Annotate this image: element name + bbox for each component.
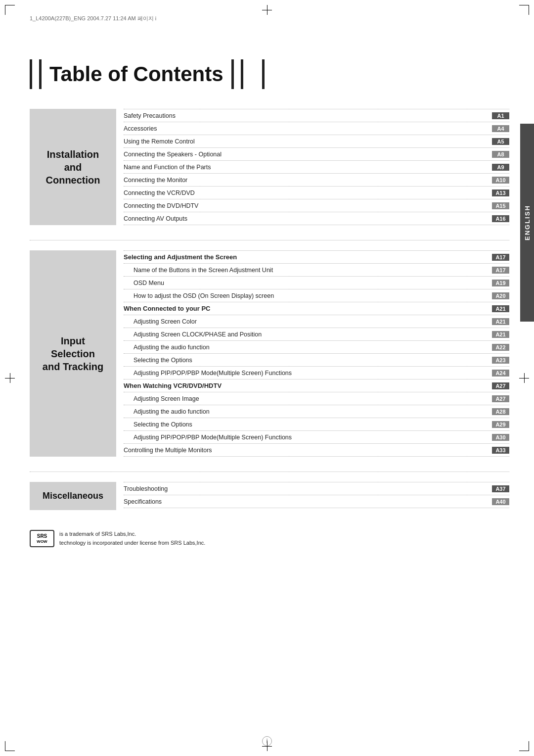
table-row: Adjusting Screen ImageA27 [124, 392, 509, 405]
toc-entry-title: Specifications [124, 498, 488, 505]
toc-entry-title: How to adjust the OSD (On Screen Display… [134, 292, 488, 299]
toc-entry-title: Selecting the Options [134, 357, 488, 364]
toc-entry-page: A23 [492, 357, 509, 364]
input-content: Selecting and Adjustment the ScreenA17Na… [124, 250, 509, 457]
table-row: OSD MenuA19 [124, 277, 509, 289]
table-row: Selecting and Adjustment the ScreenA17 [124, 251, 509, 264]
file-info: 1_L4200A(227B)_ENG 2004.7.27 11:24 AM 페이… [30, 15, 156, 22]
table-row: AccessoriesA4 [124, 122, 509, 135]
toc-entry-page: A5 [492, 138, 509, 145]
toc-entry-title: Safety Precautions [124, 112, 488, 119]
toc-entry-title: When Connected to your PC [124, 305, 488, 312]
toc-entry-title: Connecting the VCR/DVD [124, 189, 488, 196]
srs-logo-bottom: WOW [37, 539, 47, 544]
srs-logo: SRS WOW [30, 530, 54, 547]
table-row: Connecting the VCR/DVDA13 [124, 187, 509, 199]
toc-entry-title: Selecting and Adjustment the Screen [124, 253, 488, 261]
section-divider-1 [30, 240, 509, 240]
toc-entry-title: Connecting the Speakers - Optional [124, 151, 488, 158]
toc-entry-page: A40 [492, 498, 509, 505]
table-row: Name of the Buttons in the Screen Adjust… [124, 264, 509, 277]
title-bar-left2 [39, 59, 42, 89]
installation-label: Installation and Connection [30, 109, 116, 225]
toc-entry-title: Adjusting Screen CLOCK/PHASE and Positio… [134, 331, 488, 338]
table-row: Connecting the Speakers - OptionalA8 [124, 148, 509, 161]
toc-entry-title: Adjusting Screen Image [134, 395, 488, 402]
toc-entry-page: A30 [492, 434, 509, 441]
table-row: Selecting the OptionsA29 [124, 418, 509, 431]
toc-entry-title: Selecting the Options [134, 421, 488, 428]
toc-entry-title: Adjusting PIP/POP/PBP Mode(Multiple Scre… [134, 434, 488, 441]
toc-entry-page: A33 [492, 447, 509, 454]
toc-entry-title: Using the Remote Control [124, 138, 488, 145]
title-bar-left [30, 59, 32, 89]
toc-entry-page: A29 [492, 421, 509, 428]
toc-entry-page: A19 [492, 280, 509, 286]
table-row: Connecting the DVD/HDTVA15 [124, 199, 509, 212]
input-label: Input Selection and Tracking [30, 250, 116, 457]
toc-entry-title: Controlling the Multiple Monitors [124, 447, 488, 454]
input-section: Input Selection and Tracking Selecting a… [30, 250, 509, 457]
table-row: Using the Remote ControlA5 [124, 135, 509, 148]
toc-entry-title: Name and Function of the Parts [124, 164, 488, 171]
crosshair-left [5, 373, 15, 383]
toc-entry-title: Connecting AV Outputs [124, 215, 488, 222]
srs-line1: is a trademark of SRS Labs,Inc. [59, 530, 205, 539]
misc-content: TroubleshootingA37SpecificationsA40 [124, 482, 509, 508]
english-sidebar: ENGLISH [520, 124, 534, 322]
toc-entry-title: Adjusting the audio function [134, 344, 488, 351]
table-row: TroubleshootingA37 [124, 482, 509, 495]
toc-entry-page: A21 [492, 305, 509, 312]
table-row: Name and Function of the PartsA9 [124, 161, 509, 174]
table-row: Adjusting Screen CLOCK/PHASE and Positio… [124, 328, 509, 341]
table-row: Connecting AV OutputsA16 [124, 212, 509, 225]
title-bar-right2 [241, 59, 243, 89]
toc-entry-page: A8 [492, 151, 509, 158]
misc-label: Miscellaneous [30, 482, 116, 510]
table-row: Adjusting PIP/POP/PBP Mode(Multiple Scre… [124, 367, 509, 379]
table-row: Selecting the OptionsA23 [124, 354, 509, 367]
table-row: Connecting the MonitorA10 [124, 174, 509, 187]
title-area: Table of Contents [30, 59, 509, 89]
page-mark-top-left [5, 5, 15, 15]
crosshair-right [519, 373, 529, 383]
toc-entry-title: Accessories [124, 125, 488, 132]
toc-entry-page: A27 [492, 382, 509, 389]
toc-entry-title: Name of the Buttons in the Screen Adjust… [134, 267, 488, 274]
table-row: How to adjust the OSD (On Screen Display… [124, 289, 509, 302]
toc-entry-title: Connecting the DVD/HDTV [124, 202, 488, 209]
table-row: Adjusting the audio functionA28 [124, 405, 509, 418]
table-row: SpecificationsA40 [124, 495, 509, 508]
english-label: ENGLISH [524, 205, 531, 240]
toc-entry-title: Adjusting the audio function [134, 408, 488, 415]
toc-entry-page: A10 [492, 177, 509, 184]
page-mark-bottom-right [519, 741, 529, 751]
toc-entry-title: Adjusting PIP/POP/PBP Mode(Multiple Scre… [134, 370, 488, 377]
toc-entry-page: A21 [492, 331, 509, 338]
toc-entry-page: A16 [492, 215, 509, 222]
srs-area: SRS WOW is a trademark of SRS Labs,Inc. … [30, 530, 509, 547]
srs-trademark: is a trademark of SRS Labs,Inc. technolo… [59, 530, 205, 547]
toc-entry-page: A24 [492, 370, 509, 377]
toc-entry-page: A22 [492, 344, 509, 351]
page-mark-top-right [519, 5, 529, 15]
table-row: Adjusting PIP/POP/PBP Mode(Multiple Scre… [124, 431, 509, 444]
srs-line2: technology is incorporated under license… [59, 539, 205, 548]
table-row: Adjusting Screen ColorA21 [124, 315, 509, 328]
toc-entry-title: Adjusting Screen Color [134, 318, 488, 325]
toc-entry-page: A20 [492, 292, 509, 299]
table-row: Adjusting the audio functionA22 [124, 341, 509, 354]
crosshair-top [262, 5, 272, 15]
toc-entry-page: A13 [492, 189, 509, 196]
toc-entry-page: A21 [492, 318, 509, 325]
toc-entry-page: A28 [492, 408, 509, 415]
table-row: Controlling the Multiple MonitorsA33 [124, 444, 509, 457]
installation-content: Safety PrecautionsA1AccessoriesA4Using t… [124, 109, 509, 225]
toc-entry-page: A37 [492, 485, 509, 492]
page-number: i [262, 736, 272, 746]
toc-entry-page: A4 [492, 125, 509, 132]
table-row: When Watching VCR/DVD/HDTVA27 [124, 379, 509, 392]
toc-entry-title: OSD Menu [134, 280, 488, 286]
toc-entry-page: A17 [492, 254, 509, 261]
misc-section: Miscellaneous TroubleshootingA37Specific… [30, 482, 509, 510]
